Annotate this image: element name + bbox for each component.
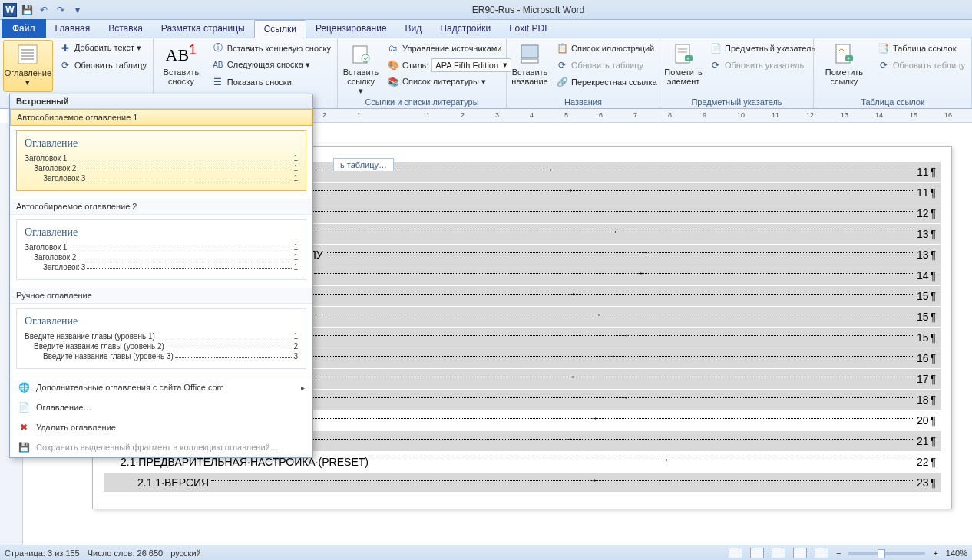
- menu-save-label: Сохранить выделенный фрагмент в коллекци…: [36, 443, 279, 452]
- insert-figures-button[interactable]: 📋Список иллюстраций: [553, 40, 660, 56]
- insert-caption-button[interactable]: Вставить название: [510, 40, 550, 92]
- tab-view[interactable]: Вид: [396, 19, 431, 38]
- ruler-tick: 1: [357, 111, 361, 119]
- insert-index-button[interactable]: 📄Предметный указатель: [706, 40, 818, 56]
- undo-icon[interactable]: ↶: [37, 3, 51, 17]
- toc-page: 18¶: [917, 394, 936, 406]
- view-web-icon[interactable]: [772, 548, 785, 558]
- show-footnotes-button[interactable]: ☰Показать сноски: [209, 74, 334, 90]
- tab-addins[interactable]: Надстройки: [431, 19, 500, 38]
- citation-style-select[interactable]: 🎨 Стиль: APA Fifth Edition▾: [384, 57, 514, 73]
- manage-sources-button[interactable]: 🗂Управление источниками: [384, 40, 514, 56]
- menu-custom-toc[interactable]: 📄 Оглавление…: [10, 397, 312, 417]
- toc-page: 15¶: [917, 331, 936, 344]
- next-footnote-button[interactable]: ABСледующая сноска ▾: [209, 57, 334, 73]
- refresh-icon: ⟳: [878, 59, 890, 71]
- gallery-auto1-preview[interactable]: Оглавление Заголовок 11Заголовок 21Загол…: [16, 130, 306, 191]
- toc-page: 15¶: [917, 290, 936, 302]
- style-value: APA Fifth Edition: [435, 61, 498, 70]
- tab-review[interactable]: Рецензирование: [306, 19, 396, 38]
- toc-page: 11¶: [917, 166, 936, 178]
- style-dropdown[interactable]: APA Fifth Edition▾: [431, 58, 511, 72]
- tab-layout[interactable]: Разметка страницы: [152, 19, 254, 38]
- crossref-button[interactable]: 🔗Перекрестная ссылка: [553, 74, 660, 90]
- title-bar: W 💾 ↶ ↷ ▾ ER90-Rus - Microsoft Word: [0, 0, 972, 20]
- preview-title: Оглавление: [25, 137, 298, 150]
- bibliography-button[interactable]: 📚Список литературы ▾: [384, 74, 514, 90]
- insert-authorities-button[interactable]: 📑Таблица ссылок: [874, 40, 968, 56]
- ruler-tick: 8: [668, 111, 672, 119]
- gallery-auto2-preview[interactable]: Оглавление Заголовок 11Заголовок 21Загол…: [16, 219, 306, 280]
- crossref-icon: 🔗: [556, 76, 568, 88]
- style-label: Стиль:: [402, 61, 428, 70]
- zoom-in-button[interactable]: +: [933, 548, 937, 558]
- redo-icon[interactable]: ↷: [54, 3, 68, 17]
- view-draft-icon[interactable]: [815, 548, 828, 558]
- qat-customize-icon[interactable]: ▾: [71, 3, 84, 17]
- tab-home[interactable]: Главная: [46, 19, 100, 38]
- group-index: + Пометить элемент 📄Предметный указатель…: [660, 38, 814, 108]
- toc-small-icon: 📄: [18, 401, 30, 413]
- insert-citation-button[interactable]: Вставить ссылку▾: [341, 40, 381, 92]
- preview-row: Заголовок 21: [25, 164, 298, 173]
- toc-page: 13¶: [917, 228, 936, 240]
- toc-page: 16¶: [917, 352, 936, 364]
- view-outline-icon[interactable]: [793, 548, 807, 558]
- update-authorities-label: Обновить таблицу: [893, 61, 965, 70]
- figures-icon: 📋: [556, 42, 568, 54]
- group-captions-label: Названия: [510, 97, 656, 108]
- tab-insert[interactable]: Вставка: [99, 19, 152, 38]
- mark-citation-button[interactable]: + Пометить ссылку: [817, 40, 871, 92]
- tab-references[interactable]: Ссылки: [254, 20, 306, 38]
- toc-page: 14¶: [917, 269, 936, 282]
- zoom-out-button[interactable]: −: [836, 548, 841, 558]
- globe-icon: 🌐: [18, 381, 30, 394]
- update-captions-button[interactable]: ⟳Обновить таблицу: [553, 57, 660, 73]
- file-tab[interactable]: Файл: [2, 19, 46, 38]
- save-icon[interactable]: 💾: [20, 3, 34, 17]
- menu-remove-toc[interactable]: ✖ Удалить оглавление: [10, 417, 312, 437]
- ruler-tick: 5: [564, 111, 568, 119]
- group-authorities-label: Таблица ссылок: [817, 97, 968, 108]
- toc-leader: [326, 252, 914, 253]
- status-bar: Страница: 3 из 155 Число слов: 26 650 ру…: [0, 545, 972, 560]
- add-text-icon: ✚: [59, 42, 71, 54]
- next-footnote-icon: AB: [212, 59, 224, 71]
- toc-page: 17¶: [917, 373, 936, 385]
- toc-row[interactable]: 2.1.1·ВЕРСИЯ23¶: [104, 473, 941, 492]
- status-language[interactable]: русский: [170, 548, 200, 558]
- add-text-button[interactable]: ✚Добавить текст ▾: [56, 40, 150, 56]
- gallery-manual[interactable]: Ручное оглавление: [10, 288, 312, 304]
- toc-button[interactable]: Оглавление▾: [3, 40, 53, 92]
- mark-entry-button[interactable]: + Пометить элемент: [663, 40, 703, 92]
- toc-gallery: Встроенный Автособираемое оглавление 1 О…: [9, 94, 313, 458]
- svg-rect-8: [521, 59, 538, 63]
- gallery-manual-preview[interactable]: Оглавление Введите название главы (урове…: [16, 308, 306, 369]
- zoom-slider[interactable]: [848, 552, 925, 555]
- insert-endnote-button[interactable]: ⓘВставить концевую сноску: [209, 40, 334, 56]
- update-index-button[interactable]: ⟳Обновить указатель: [706, 57, 818, 73]
- ruler-tick: 6: [599, 111, 603, 119]
- status-words[interactable]: Число слов: 26 650: [88, 548, 163, 558]
- update-authorities-button[interactable]: ⟳Обновить таблицу: [874, 57, 968, 73]
- tab-foxit[interactable]: Foxit PDF: [500, 19, 559, 38]
- view-fullscreen-icon[interactable]: [750, 548, 764, 558]
- menu-office-templates[interactable]: 🌐 Дополнительные оглавления с сайта Offi…: [10, 377, 312, 397]
- gallery-auto2[interactable]: Автособираемое оглавление 2: [10, 199, 312, 215]
- insert-footnote-button[interactable]: AB1 Вставить сноску: [157, 40, 206, 92]
- endnote-label: Вставить концевую сноску: [227, 44, 331, 53]
- gallery-auto1[interactable]: Автособираемое оглавление 1: [10, 109, 312, 126]
- update-toc-button[interactable]: ⟳Обновить таблицу: [56, 57, 150, 73]
- toc-update-tab[interactable]: ь таблицу…: [333, 158, 394, 171]
- submenu-arrow-icon: ▸: [301, 384, 305, 392]
- preview-row: Заголовок 31: [25, 263, 298, 272]
- insert-caption-label: Вставить название: [511, 68, 547, 86]
- status-page[interactable]: Страница: 3 из 155: [5, 548, 80, 558]
- manage-sources-icon: 🗂: [387, 42, 399, 54]
- toc-leader: [256, 232, 914, 232]
- update-captions-label: Обновить таблицу: [571, 61, 643, 70]
- toc-page: 22¶: [917, 456, 936, 468]
- insert-index-icon: 📄: [709, 42, 722, 54]
- view-print-layout-icon[interactable]: [729, 548, 742, 558]
- zoom-level[interactable]: 140%: [946, 548, 967, 558]
